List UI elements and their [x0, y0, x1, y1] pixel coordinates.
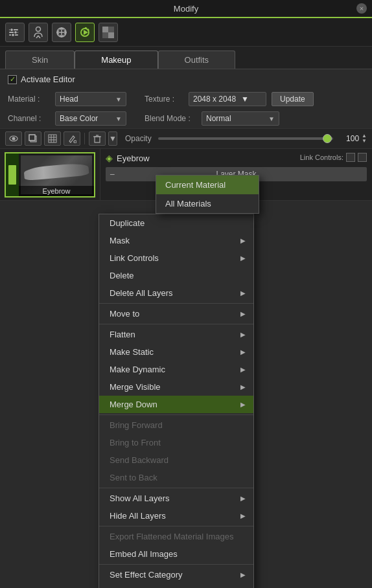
delete-tool-btn[interactable] — [89, 131, 106, 146]
context-menu-item-send-backward: Send Backward — [99, 451, 253, 469]
svg-line-8 — [38, 36, 40, 38]
close-button[interactable]: × — [356, 3, 367, 14]
context-menu-item-make-dynamic[interactable]: Make Dynamic▶ — [99, 361, 253, 378]
eye-tool-btn[interactable] — [5, 131, 22, 146]
submenu-arrow-icon: ▶ — [240, 310, 246, 317]
context-menu-item-export-flattened-material-images: Export Flattened Material Images — [99, 528, 253, 545]
channel-select[interactable]: Base Color ▼ — [55, 111, 126, 126]
context-menu-item-link-controls[interactable]: Link Controls▶ — [99, 249, 253, 267]
context-menu-separator — [99, 526, 253, 526]
sliders-icon[interactable] — [5, 23, 25, 42]
svg-rect-22 — [49, 135, 56, 142]
svg-rect-16 — [102, 32, 108, 38]
context-menu-item-show-all-layers[interactable]: Show All Layers▶ — [99, 490, 253, 507]
context-menu-item-embed-all-images[interactable]: Embed All Images — [99, 545, 253, 563]
checker-icon[interactable] — [99, 23, 118, 42]
context-menu-item-label: Export Flattened Material Images — [110, 532, 233, 541]
context-menu-item-bring-to-front: Bring to Front — [99, 434, 253, 451]
context-menu-separator — [99, 564, 253, 565]
svg-rect-14 — [108, 32, 114, 38]
submenu-arrow-icon: ▶ — [240, 237, 246, 244]
context-menu-item-delete[interactable]: Delete — [99, 267, 253, 284]
activate-editor-checkbox[interactable] — [8, 75, 17, 84]
layer-name-label: Eyebrow — [19, 186, 94, 196]
arrows-icon[interactable] — [52, 23, 71, 42]
context-menu-separator — [99, 324, 253, 324]
svg-rect-13 — [102, 27, 108, 32]
svg-rect-15 — [108, 27, 114, 32]
material-label: Material : — [8, 95, 50, 104]
delete-arrow-btn[interactable]: ▼ — [108, 131, 117, 146]
activate-editor-label: Activate Editor — [21, 74, 75, 84]
update-button[interactable]: Update — [272, 92, 314, 106]
layer-thumbnail-column: Eyebrow — [0, 149, 100, 200]
paint-tool-btn[interactable] — [64, 131, 80, 146]
tab-outfits[interactable]: Outfits — [158, 51, 236, 69]
context-menu-item-make-static[interactable]: Make Static▶ — [99, 343, 253, 361]
material-arrow-icon: ▼ — [115, 96, 122, 103]
opacity-spinbox[interactable]: ▲ ▼ — [362, 133, 367, 144]
layer-thumbnail[interactable]: Eyebrow — [5, 152, 95, 198]
svg-rect-28 — [95, 137, 100, 142]
layer-icon: ◈ — [106, 153, 113, 163]
context-menu-item-hide-all-layers[interactable]: Hide All Layers▶ — [99, 507, 253, 525]
svg-point-6 — [36, 27, 41, 31]
context-menu-item-label: Mask — [110, 236, 130, 245]
context-menu-item-delete-all-layers[interactable]: Delete All Layers▶ — [99, 284, 253, 302]
context-menu-item-label: Duplicate — [110, 218, 145, 228]
texture-select[interactable]: 2048 x 2048 ▼ — [189, 92, 266, 106]
texture-arrow-icon: ▼ — [241, 95, 249, 104]
context-menu-item-set-effect-category[interactable]: Set Effect Category▶ — [99, 566, 253, 583]
submenu-arrow-icon: ▶ — [240, 383, 246, 390]
svg-point-27 — [74, 141, 76, 143]
context-menu-item-label: Make Static — [110, 347, 154, 357]
blend-mode-select[interactable]: Normal ▼ — [202, 111, 279, 126]
link-box-1[interactable] — [346, 153, 355, 162]
toolbar-separator — [84, 133, 85, 144]
context-menu-item-label: Sent to Back — [110, 473, 157, 482]
context-menu-item-flatten[interactable]: Flatten▶ — [99, 326, 253, 343]
context-menu-item-label: Merge Visible — [110, 382, 161, 392]
opacity-slider[interactable] — [158, 137, 333, 140]
context-menu-item-label: Flatten — [110, 330, 135, 339]
layer-color-strip — [6, 153, 19, 196]
context-menu-item-label: Bring Forward — [110, 420, 163, 430]
submenu-item-current-material[interactable]: Current Material — [156, 175, 259, 194]
context-menu-item-label: Make Dynamic — [110, 365, 165, 374]
copy-tool-btn[interactable] — [25, 131, 41, 146]
channel-label: Channel : — [8, 114, 50, 123]
link-box-2[interactable] — [358, 153, 367, 162]
context-menu-separator — [99, 303, 253, 304]
submenu-arrow-icon: ▶ — [240, 254, 246, 262]
person-icon[interactable] — [29, 23, 48, 42]
texture-label: Texture : — [145, 95, 183, 104]
main-toolbar — [0, 18, 372, 47]
submenu-arrow-icon: ▶ — [240, 495, 246, 502]
submenu-arrow-icon: ▶ — [240, 401, 246, 408]
opacity-value: 100 — [340, 134, 359, 143]
context-menu-item-merge-down[interactable]: Merge Down▶ — [99, 396, 253, 413]
texture-value: 2048 x 2048 — [193, 95, 236, 104]
svg-rect-20 — [29, 135, 35, 141]
svg-point-18 — [12, 137, 15, 140]
grid-tool-btn[interactable] — [44, 131, 61, 146]
material-select[interactable]: Head ▼ — [55, 92, 126, 106]
context-menu-item-merge-visible[interactable]: Merge Visible▶ — [99, 378, 253, 396]
blend-mode-value: Normal — [206, 114, 231, 123]
svg-point-5 — [12, 33, 15, 36]
tab-skin[interactable]: Skin — [5, 51, 75, 69]
context-menu-item-rename[interactable]: Rename — [99, 583, 253, 588]
material-row: Material : Head ▼ Texture : 2048 x 2048 … — [0, 89, 372, 109]
submenu-arrow-icon: ▶ — [240, 348, 246, 356]
context-menu-item-duplicate[interactable]: Duplicate — [99, 214, 253, 232]
context-menu-item-label: Send Backward — [110, 455, 169, 465]
opacity-thumb[interactable] — [323, 134, 332, 143]
context-menu: DuplicateMask▶Link Controls▶DeleteDelete… — [99, 214, 254, 588]
tab-makeup[interactable]: Makeup — [75, 51, 157, 69]
context-menu-item-move-to[interactable]: Move to▶ — [99, 305, 253, 322]
context-menu-item-label: Hide All Layers — [110, 511, 166, 521]
submenu-item-all-materials[interactable]: All Materials — [156, 194, 259, 213]
active-green-icon[interactable] — [75, 23, 95, 42]
context-menu-item-mask[interactable]: Mask▶ — [99, 232, 253, 249]
context-menu-item-sent-to-back: Sent to Back — [99, 469, 253, 486]
